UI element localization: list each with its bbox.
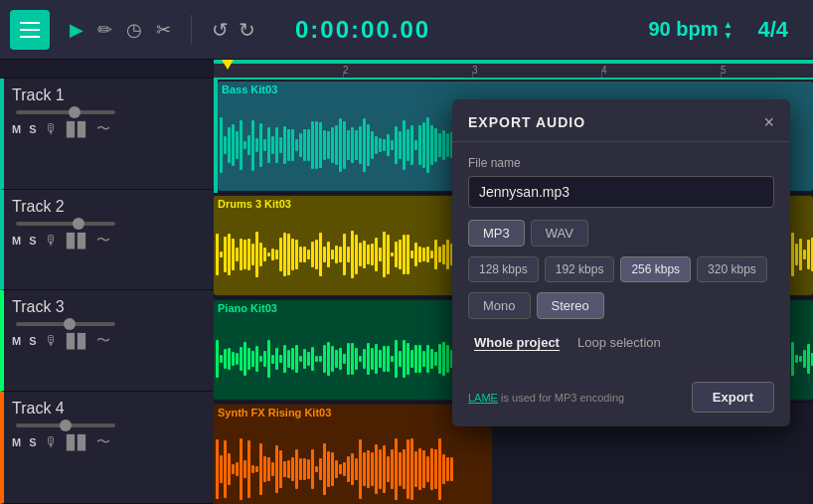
channel-mono-btn[interactable]: Mono: [468, 292, 531, 319]
track2-wave-icon[interactable]: 〜: [96, 232, 110, 250]
ruler-spacer: [0, 60, 214, 79]
track1-slider-row: [12, 110, 206, 114]
track4-solo-btn[interactable]: S: [29, 436, 36, 448]
clip-synth[interactable]: Synth FX Rising Kit03: [214, 405, 492, 504]
separator1: [191, 15, 192, 45]
bpm-control[interactable]: 90 bpm ▲▼: [648, 18, 732, 41]
undo-button[interactable]: ↺: [212, 18, 229, 42]
track4-slider-row: [12, 423, 206, 427]
track2-slider-row: [12, 222, 206, 226]
track1-record-icon[interactable]: 🎙: [45, 121, 59, 137]
format-wav-btn[interactable]: WAV: [531, 220, 588, 247]
dialog-footer: LAME is used for MP3 encoding Export: [452, 382, 790, 426]
export-dialog: EXPORT AUDIO × File name MP3 WAV 128 kbp…: [452, 99, 790, 426]
track-name-4: Track 4: [12, 400, 206, 418]
clip-synth-wave: [214, 422, 492, 504]
dialog-body: File name MP3 WAV 128 kbps 192 kbps 256 …: [452, 142, 790, 382]
scope-group: Whole project Loop selection: [468, 331, 774, 354]
track4-mute-btn[interactable]: M: [12, 436, 21, 448]
time-display: 0:00:00.00: [275, 16, 450, 44]
bitrate-320-btn[interactable]: 320 kbps: [697, 256, 767, 282]
track4-wave-icon[interactable]: 〜: [96, 433, 110, 451]
format-group: MP3 WAV: [468, 220, 774, 247]
track3-eq-icon[interactable]: ▊▊: [67, 333, 88, 349]
track2-eq-icon[interactable]: ▊▊: [67, 233, 88, 249]
track-header-2: Track 2 M S 🎙 ▊▊ 〜: [0, 190, 214, 291]
lame-note-text: is used for MP3 encoding: [498, 392, 624, 404]
channel-group: Mono Stereo: [468, 292, 774, 319]
dialog-title: EXPORT AUDIO: [468, 114, 585, 130]
bitrate-192-btn[interactable]: 192 kbps: [545, 256, 615, 282]
bitrate-128-btn[interactable]: 128 kbps: [468, 256, 539, 282]
track3-slider-row: [12, 322, 206, 326]
bpm-arrows[interactable]: ▲▼: [724, 19, 733, 41]
track2-record-icon[interactable]: 🎙: [45, 233, 59, 249]
ruler: 2 3 4 5: [214, 60, 813, 80]
export-button[interactable]: Export: [692, 382, 774, 413]
track1-volume-slider[interactable]: [16, 110, 115, 114]
file-name-label: File name: [468, 156, 774, 170]
file-name-input[interactable]: [468, 176, 774, 208]
clip-synth-label: Synth FX Rising Kit03: [214, 405, 492, 420]
track-name-1: Track 1: [12, 86, 206, 104]
track4-controls: M S 🎙 ▊▊ 〜: [12, 433, 206, 451]
track3-volume-slider[interactable]: [16, 322, 115, 326]
track1-controls: M S 🎙 ▊▊ 〜: [12, 120, 206, 138]
time-signature: 4/4: [742, 17, 803, 43]
track2-solo-btn[interactable]: S: [29, 235, 36, 247]
track3-solo-btn[interactable]: S: [29, 335, 36, 347]
toolbar: ▶ ✏ ◷ ✂ ↺ ↻ 0:00:00.00 90 bpm ▲▼ 4/4: [0, 0, 813, 60]
track2-volume-slider[interactable]: [16, 222, 115, 226]
menu-button[interactable]: [10, 10, 50, 50]
arrangement[interactable]: 2 3 4 5 Bass Kit03: [214, 60, 813, 504]
track-header-4: Track 4 M S 🎙 ▊▊ 〜: [0, 392, 214, 504]
bpm-value: 90 bpm: [648, 18, 718, 41]
lame-note: LAME is used for MP3 encoding: [468, 392, 624, 404]
clip-bass-label: Bass Kit03: [218, 82, 813, 97]
playhead: [222, 60, 234, 70]
track3-wave-icon[interactable]: 〜: [96, 332, 110, 350]
bitrate-group: 128 kbps 192 kbps 256 kbps 320 kbps: [468, 256, 774, 282]
track-name-3: Track 3: [12, 298, 206, 316]
pencil-tool-icon[interactable]: ✏: [97, 19, 112, 41]
scope-loop-btn[interactable]: Loop selection: [571, 331, 667, 354]
undo-redo-group: ↺ ↻: [202, 18, 265, 42]
track-name-2: Track 2: [12, 198, 206, 216]
scope-whole-btn[interactable]: Whole project: [468, 331, 566, 354]
track-list: Track 1 M S 🎙 ▊▊ 〜 Track 2 M S 🎙 ▊▊: [0, 60, 214, 504]
track-header-1: Track 1 M S 🎙 ▊▊ 〜: [0, 79, 214, 189]
track-header-3: Track 3 M S 🎙 ▊▊ 〜: [0, 290, 214, 392]
dialog-close-button[interactable]: ×: [763, 113, 774, 131]
format-mp3-btn[interactable]: MP3: [468, 220, 525, 247]
track4-record-icon[interactable]: 🎙: [45, 434, 59, 450]
scissors-icon[interactable]: ✂: [156, 19, 171, 41]
track1-mute-btn[interactable]: M: [12, 123, 21, 135]
tool-icons: ▶ ✏ ◷ ✂: [60, 19, 181, 41]
track2-controls: M S 🎙 ▊▊ 〜: [12, 232, 206, 250]
bitrate-256-btn[interactable]: 256 kbps: [620, 256, 691, 282]
track3-mute-btn[interactable]: M: [12, 335, 21, 347]
track4-eq-icon[interactable]: ▊▊: [67, 434, 88, 450]
track1-solo-btn[interactable]: S: [29, 123, 36, 135]
track1-eq-icon[interactable]: ▊▊: [67, 121, 88, 137]
lame-link[interactable]: LAME: [468, 392, 498, 404]
dialog-header: EXPORT AUDIO ×: [452, 99, 790, 142]
main-area: Track 1 M S 🎙 ▊▊ 〜 Track 2 M S 🎙 ▊▊: [0, 60, 813, 504]
track3-record-icon[interactable]: 🎙: [45, 333, 59, 349]
channel-stereo-btn[interactable]: Stereo: [537, 292, 604, 319]
clock-icon[interactable]: ◷: [126, 19, 142, 41]
track4-volume-slider[interactable]: [16, 423, 115, 427]
select-tool-icon[interactable]: ▶: [70, 19, 83, 41]
track2-mute-btn[interactable]: M: [12, 235, 21, 247]
track1-wave-icon[interactable]: 〜: [96, 120, 110, 138]
track3-controls: M S 🎙 ▊▊ 〜: [12, 332, 206, 350]
redo-button[interactable]: ↻: [239, 18, 255, 42]
